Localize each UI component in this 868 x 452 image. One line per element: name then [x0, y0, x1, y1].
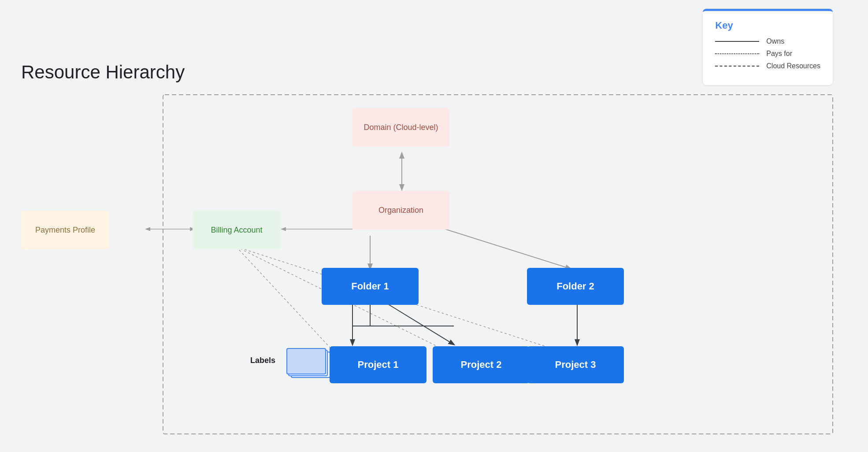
payments-profile-node: Payments Profile: [21, 211, 109, 249]
organization-node: Organization: [352, 191, 449, 230]
project3-node: Project 3: [527, 346, 624, 383]
billing-account-node: Billing Account: [193, 211, 281, 249]
project1-node: Project 1: [330, 346, 427, 383]
project2-node: Project 2: [433, 346, 530, 383]
folder2-node: Folder 2: [527, 268, 624, 305]
labels-text: Labels: [250, 356, 275, 365]
folder1-proj2-arrow: [388, 304, 454, 345]
domain-node: Domain (Cloud-level): [352, 108, 449, 147]
org-folder2-arrow: [445, 229, 571, 269]
folder1-node: Folder 1: [322, 268, 419, 305]
